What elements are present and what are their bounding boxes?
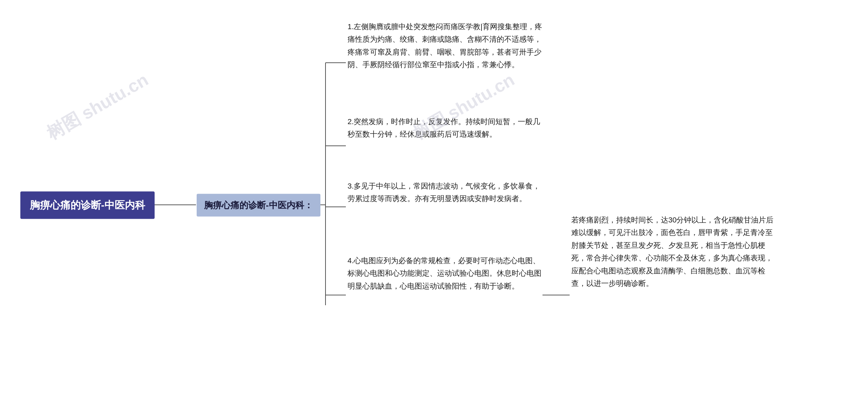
text-block-4: 4.心电图应列为必备的常规检查，必要时可作动态心电图、标测心电图和心功能测定、运… <box>348 254 544 292</box>
side-note: 若疼痛剧烈，持续时间长，达30分钟以上，含化硝酸甘油片后难以缓解，可见汗出肢冷，… <box>571 214 775 290</box>
item2-text: 2.突然发病，时作时止，反复发作。持续时间短暂，一般几秒至数十分钟，经休息或服药… <box>348 117 540 138</box>
text-block-1: 1.左侧胸膺或膻中处突发憋闷而痛医学教|育网搜集整理，疼痛性质为灼痛、绞痛、刺痛… <box>348 20 544 71</box>
diagram-container: 树图 shutu.cn 树图 shutu.cn 胸痹心痛的诊断-中医内科 胸痹心… <box>0 0 868 410</box>
side-note-text: 若疼痛剧烈，持续时间长，达30分钟以上，含化硝酸甘油片后难以缓解，可见汗出肢冷，… <box>571 216 773 288</box>
item4-text: 4.心电图应列为必备的常规检查，必要时可作动态心电图、标测心电图和心功能测定、运… <box>348 256 541 290</box>
mid-label: 胸痹心痛的诊断-中医内科： <box>204 200 313 210</box>
mid-node: 胸痹心痛的诊断-中医内科： <box>197 194 320 216</box>
root-label: 胸痹心痛的诊断-中医内科 <box>30 199 145 210</box>
item1-text: 1.左侧胸膺或膻中处突发憋闷而痛医学教|育网搜集整理，疼痛性质为灼痛、绞痛、刺痛… <box>348 22 542 69</box>
text-block-2: 2.突然发病，时作时止，反复发作。持续时间短暂，一般几秒至数十分钟，经休息或服药… <box>348 115 544 141</box>
text-block-3: 3.多见于中年以上，常因情志波动，气候变化，多饮暴食，劳累过度等而诱发。亦有无明… <box>348 180 544 205</box>
item3-text: 3.多见于中年以上，常因情志波动，气候变化，多饮暴食，劳累过度等而诱发。亦有无明… <box>348 182 540 203</box>
root-node: 胸痹心痛的诊断-中医内科 <box>20 191 155 219</box>
